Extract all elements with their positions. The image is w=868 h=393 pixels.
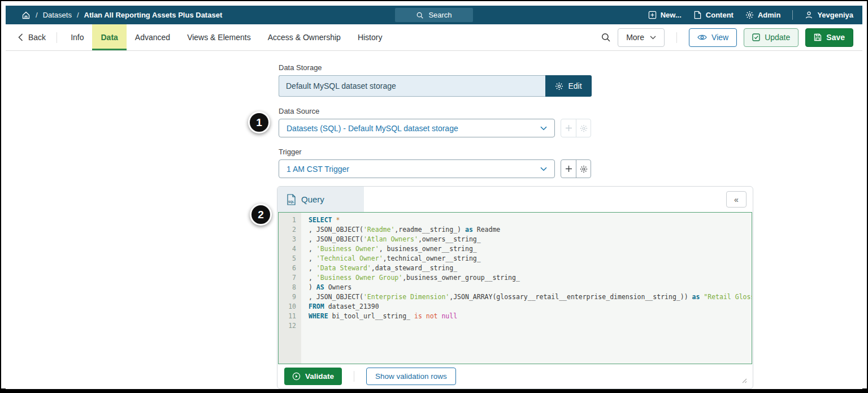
validate-button-label: Validate [305,372,334,381]
validate-button[interactable]: Validate [284,368,342,385]
chevron-down-icon [650,36,656,40]
search-icon [416,11,424,19]
tab-access-ownership[interactable]: Access & Ownership [259,24,349,50]
line-number: 12 [279,321,296,331]
gear-icon [580,124,588,132]
save-button-label: Save [826,33,845,42]
tab-advanced[interactable]: Advanced [127,24,179,50]
plus-square-icon [648,11,657,19]
tab-info[interactable]: Info [62,24,92,50]
back-button-label: Back [28,33,46,42]
new-button-label: New... [661,11,682,19]
person-icon [805,11,813,19]
code-line: ) AS Owners [309,283,752,292]
trigger-settings-button[interactable] [576,160,591,178]
dataset-form: Data Storage [277,51,753,389]
show-validation-rows-label: Show validation rows [375,372,447,381]
code-line: WHERE bi_tool_url__string_ is not null [309,312,752,321]
update-button-label: Update [765,33,790,42]
chevron-left-icon [18,33,23,41]
data-storage-field[interactable] [279,75,545,97]
edit-button-label: Edit [568,81,581,90]
view-button[interactable]: View [689,28,737,47]
tab-history[interactable]: History [349,24,391,50]
user-name: Yevgeniya [817,11,853,19]
data-storage-label: Data Storage [279,63,753,72]
add-data-source-button[interactable] [561,119,576,137]
topbar-actions: New... Content [648,10,862,20]
data-source-select[interactable]: Datasets (SQL) - Default MySQL dataset s… [279,119,555,137]
line-number: 2 [279,225,296,235]
code-line [309,321,752,331]
admin-button[interactable]: Admin [745,11,780,19]
breadcrumb-separator: / [36,11,38,19]
gear-icon [580,165,588,173]
query-panel: SQL Query « 123456789101112 SELECT *, JS… [277,186,753,389]
collapse-panel-button[interactable]: « [726,191,747,208]
trigger-label: Trigger [279,148,753,156]
query-tab-label: Query [301,195,324,204]
data-source-label: Data Source [279,107,753,115]
line-number: 7 [279,273,296,283]
data-source-section: Data Source Datasets (SQL) - Default MyS… [277,107,753,137]
breadcrumb: / Datasets / Atlan All Reporting Assets … [6,11,222,20]
home-icon[interactable] [21,11,31,20]
more-button[interactable]: More [618,28,665,47]
query-panel-tabs: SQL Query « [277,187,753,212]
document-icon [693,11,702,19]
search-icon[interactable] [601,32,611,42]
chevron-down-icon [540,167,547,171]
new-button[interactable]: New... [648,11,682,19]
validation-toolbar: Validate Show validation rows [277,364,753,388]
line-number: 11 [279,312,296,321]
toolbar-divider [57,32,57,43]
tab-views-elements[interactable]: Views & Elements [179,24,259,50]
trigger-action-group [561,159,591,178]
search-placeholder: Search [428,11,452,19]
data-storage-row: Edit [279,75,592,97]
update-button[interactable]: Update [744,28,798,47]
collapse-icon: « [734,195,739,204]
line-number: 4 [279,244,296,254]
tab-data[interactable]: Data [92,24,126,50]
app-window: / Datasets / Atlan All Reporting Assets … [0,0,868,393]
line-number: 3 [279,235,296,244]
sql-code[interactable]: SELECT *, JSON_OBJECT('Readme',readme__s… [301,213,752,364]
more-button-label: More [626,33,644,42]
content-button[interactable]: Content [693,11,734,19]
data-source-settings-button[interactable] [576,119,591,137]
search-input[interactable]: Search [395,8,473,22]
sql-editor[interactable]: 123456789101112 SELECT *, JSON_OBJECT('R… [278,212,752,364]
breadcrumb-separator: / [77,11,79,19]
plus-icon [565,165,572,172]
line-number-gutter: 123456789101112 [279,213,301,364]
resize-handle[interactable] [741,377,747,383]
trigger-select[interactable]: 1 AM CST Trigger [279,159,555,178]
user-menu[interactable]: Yevgeniya [805,11,853,19]
show-validation-rows-button[interactable]: Show validation rows [366,368,456,385]
chevron-down-icon [540,126,547,131]
back-button[interactable]: Back [15,24,51,50]
plus-icon [565,124,572,132]
line-number: 10 [279,302,296,312]
code-line: , 'Technical Owner',technical_owner__str… [309,254,752,264]
code-line: SELECT * [309,215,752,225]
view-button-label: View [711,33,728,42]
breadcrumb-page-title: Atlan All Reporting Assets Plus Dataset [84,11,223,19]
toolbar-divider [676,32,677,43]
code-line: , JSON_OBJECT('Readme',readme__string_) … [309,225,752,235]
content-button-label: Content [706,11,734,19]
annotation-1: 1 [248,111,270,133]
tab-query[interactable]: SQL Query [277,187,364,212]
annotation-2: 2 [250,204,272,226]
code-line: , 'Business Owner Group',business_owner_… [309,273,752,283]
line-number: 1 [279,215,296,225]
edit-storage-button[interactable]: Edit [545,75,592,97]
code-line: FROM dataset_21390 [309,302,752,312]
add-trigger-button[interactable] [561,160,576,178]
save-button[interactable]: Save [805,28,853,47]
breadcrumb-section[interactable]: Datasets [43,11,72,19]
gear-icon [745,11,754,19]
line-number: 9 [279,292,296,302]
code-line: , 'Data Steward',data_steward__string_ [309,264,752,273]
